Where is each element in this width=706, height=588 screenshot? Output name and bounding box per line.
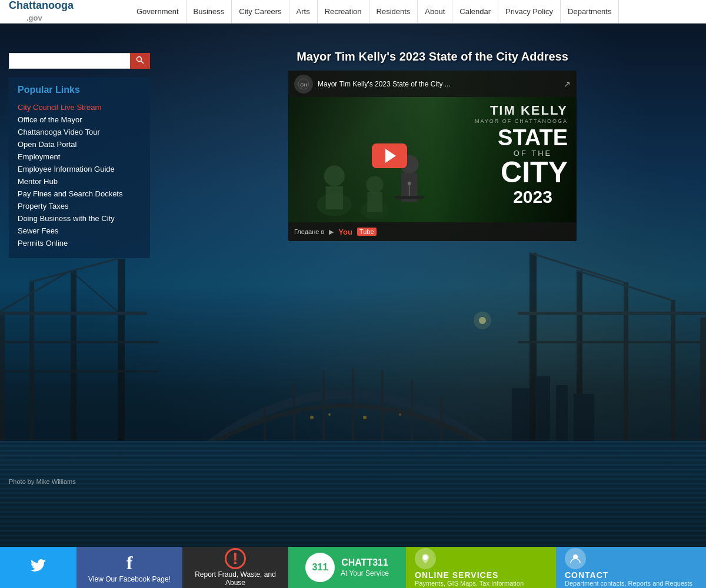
- map-pin-icon: [415, 548, 436, 569]
- svg-rect-31: [556, 385, 568, 447]
- video-top-title: Mayor Tim Kelly's 2023 State of the City…: [318, 80, 559, 88]
- svg-rect-2: [71, 270, 76, 459]
- footer-contact[interactable]: CONTACT Department contacts, Reports and…: [556, 547, 706, 588]
- city-text: CITY: [498, 158, 568, 187]
- photo-credit: Photo by Mike Williams: [9, 478, 76, 485]
- nav-item-business[interactable]: Business: [187, 0, 232, 23]
- sidebar-link-open-data[interactable]: Open Data Portal: [18, 138, 141, 151]
- sidebar-link-video-tour[interactable]: Chattanooga Video Tour: [18, 126, 141, 138]
- chatt311-number: 311: [312, 562, 328, 573]
- logo-text: Chattanooga .gov: [9, 0, 129, 23]
- search-icon: [136, 56, 144, 64]
- video-title: Mayor Tim Kelly's 2023 State of the City…: [176, 50, 688, 64]
- svg-point-51: [408, 181, 411, 185]
- tim-kelly-title: MAYOR OF CHATTANOOGA: [475, 118, 568, 124]
- nav-item-arts[interactable]: Arts: [289, 0, 318, 23]
- search-input[interactable]: [9, 53, 130, 69]
- svg-rect-3: [118, 259, 125, 459]
- chatt311-text: CHATT311: [341, 557, 389, 568]
- sidebar-link-doing-business[interactable]: Doing Business with the City: [18, 212, 141, 225]
- footer-311[interactable]: 311 CHATT311 At Your Service: [288, 547, 406, 588]
- online-label: ONLINE SERVICES: [415, 570, 524, 580]
- youtube-tube: Tube: [357, 228, 377, 236]
- sidebar-link-city-council[interactable]: City Council Live Stream: [18, 101, 141, 113]
- tim-kelly-name: TIM KELLY: [475, 103, 568, 118]
- nav-item-privacy[interactable]: Privacy Policy: [498, 0, 561, 23]
- sidebar-link-property-taxes[interactable]: Property Taxes: [18, 200, 141, 212]
- report-text: Report Fraud, Waste, and Abuse: [191, 570, 279, 587]
- sidebar-link-permits[interactable]: Permits Online: [18, 237, 141, 249]
- svg-point-45: [366, 176, 383, 193]
- youtube-logo: You: [338, 228, 352, 236]
- video-bottom-bar: Гледане в ▶ You Tube: [288, 222, 577, 241]
- popular-links-box: Popular Links City Council Live Stream O…: [9, 78, 150, 258]
- play-button[interactable]: [372, 143, 407, 168]
- hero-section: Photo by Mike Williams Popular Links Cit…: [0, 24, 706, 547]
- channel-logo-icon: CH: [298, 78, 309, 90]
- search-button[interactable]: [130, 53, 150, 69]
- svg-point-36: [399, 413, 401, 416]
- nav-item-about[interactable]: About: [418, 0, 452, 23]
- sidebar-link-pay-fines[interactable]: Pay Fines and Search Dockets: [18, 188, 141, 200]
- youtube-icon-play: ▶: [329, 228, 334, 236]
- state-of-city-text: STATE OF THE CITY 2023: [498, 126, 568, 207]
- svg-rect-46: [367, 192, 382, 212]
- logo-area: Chattanooga .gov: [0, 0, 129, 23]
- chatt311-sub: At Your Service: [341, 569, 389, 577]
- water-reflection: [0, 441, 706, 547]
- popular-links-title: Popular Links: [18, 85, 141, 95]
- svg-rect-43: [326, 186, 343, 209]
- sidebar-link-employee-guide[interactable]: Employee Information Guide: [18, 163, 141, 175]
- svg-rect-16: [518, 341, 706, 343]
- share-icon[interactable]: ↗: [564, 79, 571, 89]
- footer: f View Our Facebook Page! ! Report Fraud…: [0, 547, 706, 588]
- svg-point-42: [324, 165, 345, 186]
- sidebar-link-mayor[interactable]: Office of the Mayor: [18, 113, 141, 126]
- svg-point-35: [363, 416, 367, 419]
- sidebar-link-mentor-hub[interactable]: Mentor Hub: [18, 175, 141, 188]
- footer-facebook[interactable]: f View Our Facebook Page!: [76, 547, 182, 588]
- svg-rect-30: [535, 376, 550, 447]
- person-icon: [565, 548, 586, 569]
- facebook-text: View Our Facebook Page!: [88, 575, 171, 583]
- nav-item-government[interactable]: Government: [129, 0, 187, 23]
- svg-point-28: [474, 312, 491, 329]
- nav-item-recreation[interactable]: Recreation: [318, 0, 369, 23]
- contact-sub: Department contacts, Reports and Request…: [565, 580, 692, 587]
- svg-rect-13: [671, 300, 675, 459]
- nav-item-departments[interactable]: Departments: [561, 0, 619, 23]
- svg-rect-4: [0, 312, 147, 315]
- sidebar-link-sewer-fees[interactable]: Sewer Fees: [18, 225, 141, 237]
- location-icon: [419, 553, 431, 564]
- svg-point-34: [328, 413, 331, 416]
- main-content: Mayor Tim Kelly's 2023 State of the City…: [176, 50, 688, 241]
- footer-report[interactable]: ! Report Fraud, Waste, and Abuse: [182, 547, 288, 588]
- footer-twitter[interactable]: [0, 547, 76, 588]
- twitter-bird-icon: [29, 557, 47, 574]
- logo-city: Chattanooga: [9, 0, 74, 11]
- svg-rect-6: [0, 370, 159, 372]
- svg-rect-12: [624, 282, 628, 459]
- sidebar: Popular Links City Council Live Stream O…: [9, 53, 150, 258]
- year-text: 2023: [498, 187, 568, 207]
- contact-person-icon: [570, 553, 581, 564]
- video-channel-icon: CH: [294, 75, 313, 93]
- svg-line-9: [71, 270, 118, 312]
- nav-item-city-careers[interactable]: City Careers: [232, 0, 289, 23]
- video-inner: CH Mayor Tim Kelly's 2023 State of the C…: [288, 71, 577, 241]
- svg-point-37: [137, 57, 142, 62]
- state-text: STATE: [498, 126, 568, 149]
- svg-text:CH: CH: [300, 82, 307, 88]
- footer-online[interactable]: ONLINE SERVICES Payments, GIS Maps, Tax …: [406, 547, 556, 588]
- sidebar-link-employment[interactable]: Employment: [18, 151, 141, 163]
- header: Chattanooga .gov Government Business Cit…: [0, 0, 706, 24]
- nav-item-calendar[interactable]: Calendar: [452, 0, 498, 23]
- svg-rect-14: [700, 318, 706, 459]
- nav-item-residents[interactable]: Residents: [369, 0, 418, 23]
- tim-kelly-branding: TIM KELLY MAYOR OF CHATTANOOGA: [475, 103, 568, 124]
- main-nav: Government Business City Careers Arts Re…: [129, 0, 706, 23]
- svg-line-38: [141, 61, 144, 64]
- logo-gov: .gov: [26, 14, 42, 22]
- video-container[interactable]: CH Mayor Tim Kelly's 2023 State of the C…: [288, 71, 577, 241]
- svg-line-7: [0, 270, 71, 312]
